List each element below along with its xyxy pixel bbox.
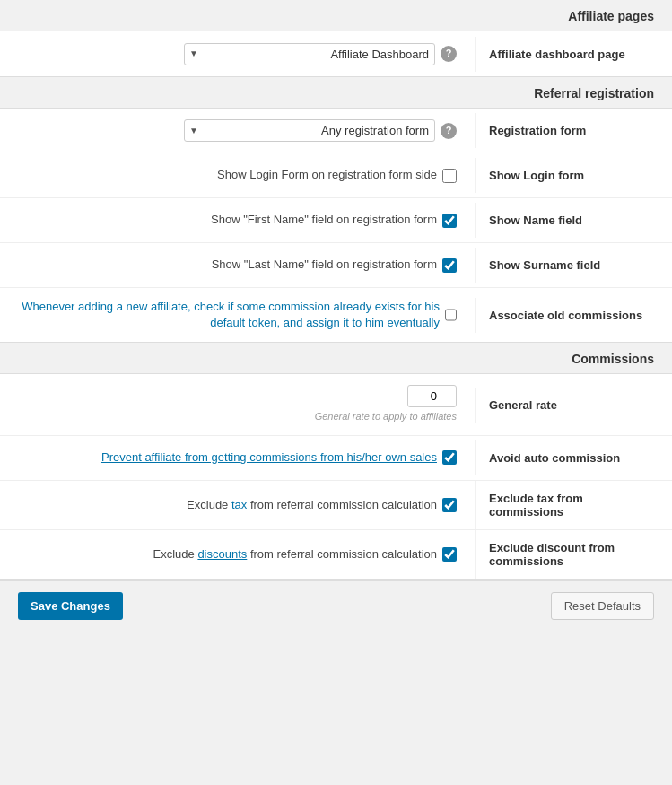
exclude-tax-wrap: Exclude tax from referral commission cal… — [18, 497, 457, 513]
exclude-discount-wrap: Exclude discounts from referral commissi… — [18, 546, 457, 563]
associate-old-commissions-label: Associate old commissions — [475, 298, 672, 333]
exclude-discount-label: Exclude discount from commissions — [475, 530, 672, 579]
exclude-tax-left: Exclude tax from referral commission cal… — [0, 486, 475, 524]
commissions-heading: Commissions — [572, 352, 654, 366]
registration-form-select[interactable]: Any registration form — [184, 119, 435, 142]
exclude-tax-label: Exclude tax from commissions — [475, 481, 672, 529]
avoid-auto-commission-text: Prevent affiliate from getting commissio… — [101, 449, 437, 466]
show-name-field-row: Show "First Name" field on registration … — [0, 198, 672, 243]
show-login-form-wrap: Show Login Form on registration form sid… — [18, 167, 457, 183]
referral-registration-panel: ▼ Any registration form ? Registration f… — [0, 108, 672, 343]
show-surname-field-wrap: Show "Last Name" field on registration f… — [18, 257, 457, 273]
show-login-form-checkbox[interactable] — [442, 169, 457, 183]
affiliate-dashboard-select-wrapper: ▼ Affiliate Dashboard — [184, 43, 435, 65]
show-name-field-wrap: Show "First Name" field on registration … — [18, 212, 457, 228]
affiliate-dashboard-select-wrap: ▼ Affiliate Dashboard ? — [18, 43, 457, 65]
affiliate-dashboard-left: ▼ Affiliate Dashboard ? — [0, 32, 475, 76]
show-login-form-row: Show Login Form on registration form sid… — [0, 153, 672, 198]
show-name-field-checkbox[interactable] — [442, 214, 457, 228]
commissions-panel: General rate to apply to affiliates Gene… — [0, 373, 672, 579]
affiliate-pages-heading: Affiliate pages — [568, 9, 654, 23]
bottom-bar: Save Changes Reset Defaults — [0, 580, 672, 631]
registration-form-left: ▼ Any registration form ? — [0, 109, 475, 153]
exclude-tax-checkbox[interactable] — [442, 498, 457, 512]
show-name-field-text: Show "First Name" field on registration … — [211, 212, 437, 228]
affiliate-pages-header-row: Affiliate pages — [0, 0, 672, 31]
associate-old-commissions-text: Whenever adding a new affiliate, check i… — [18, 299, 440, 331]
affiliate-dashboard-select[interactable]: Affiliate Dashboard — [184, 43, 435, 65]
associate-old-commissions-checkbox[interactable] — [445, 308, 457, 322]
show-login-form-text: Show Login Form on registration form sid… — [217, 167, 437, 183]
show-surname-field-left: Show "Last Name" field on registration f… — [0, 246, 475, 283]
general-rate-left: General rate to apply to affiliates — [0, 374, 475, 434]
general-rate-input[interactable] — [407, 385, 457, 407]
settings-wrap: Affiliate pages ▼ Affiliate Dashboard ? … — [0, 0, 672, 631]
show-surname-field-text: Show "Last Name" field on registration f… — [212, 257, 437, 273]
show-login-form-label: Show Login form — [475, 158, 672, 193]
avoid-auto-commission-checkbox[interactable] — [442, 450, 457, 465]
referral-registration-header-row: Referral registration — [0, 77, 672, 108]
general-rate-wrap: General rate to apply to affiliates — [18, 385, 457, 423]
exclude-discount-left: Exclude discounts from referral commissi… — [0, 536, 475, 573]
affiliate-dashboard-help-icon[interactable]: ? — [441, 46, 457, 62]
show-surname-field-checkbox[interactable] — [442, 258, 457, 273]
general-rate-label: General rate — [475, 388, 672, 423]
exclude-discount-checkbox[interactable] — [442, 547, 457, 562]
avoid-auto-commission-label: Avoid auto commission — [475, 440, 672, 475]
associate-old-commissions-row: Whenever adding a new affiliate, check i… — [0, 288, 672, 342]
general-rate-hint: General rate to apply to affiliates — [315, 410, 457, 423]
show-surname-field-label: Show Surname field — [475, 248, 672, 283]
registration-form-select-wrapper: ▼ Any registration form — [184, 119, 435, 142]
exclude-tax-row: Exclude tax from referral commission cal… — [0, 481, 672, 530]
registration-form-row: ▼ Any registration form ? Registration f… — [0, 109, 672, 153]
exclude-tax-text: Exclude tax from referral commission cal… — [187, 497, 437, 513]
exclude-discount-text: Exclude discounts from referral commissi… — [153, 546, 437, 563]
associate-old-commissions-wrap: Whenever adding a new affiliate, check i… — [18, 299, 457, 331]
associate-old-commissions-left: Whenever adding a new affiliate, check i… — [0, 288, 475, 342]
avoid-auto-commission-left: Prevent affiliate from getting commissio… — [0, 439, 475, 476]
registration-form-help-icon[interactable]: ? — [441, 123, 457, 139]
referral-registration-heading: Referral registration — [534, 86, 654, 100]
registration-form-select-wrap: ▼ Any registration form ? — [18, 119, 457, 142]
show-name-field-left: Show "First Name" field on registration … — [0, 201, 475, 239]
avoid-auto-commission-row: Prevent affiliate from getting commissio… — [0, 436, 672, 481]
commissions-header-row: Commissions — [0, 343, 672, 373]
save-changes-button[interactable]: Save Changes — [18, 592, 123, 620]
reset-defaults-button[interactable]: Reset Defaults — [551, 592, 654, 620]
affiliate-dashboard-row: ▼ Affiliate Dashboard ? Affiliate dashbo… — [0, 31, 672, 76]
exclude-discount-row: Exclude discounts from referral commissi… — [0, 530, 672, 579]
affiliate-dashboard-label: Affiliate dashboard page — [475, 37, 672, 72]
show-login-form-left: Show Login Form on registration form sid… — [0, 156, 475, 194]
registration-form-label: Registration form — [475, 113, 672, 148]
avoid-auto-commission-wrap: Prevent affiliate from getting commissio… — [18, 449, 457, 466]
general-rate-row: General rate to apply to affiliates Gene… — [0, 374, 672, 435]
show-surname-field-row: Show "Last Name" field on registration f… — [0, 243, 672, 288]
affiliate-pages-panel: ▼ Affiliate Dashboard ? Affiliate dashbo… — [0, 31, 672, 77]
show-name-field-label: Show Name field — [475, 203, 672, 238]
